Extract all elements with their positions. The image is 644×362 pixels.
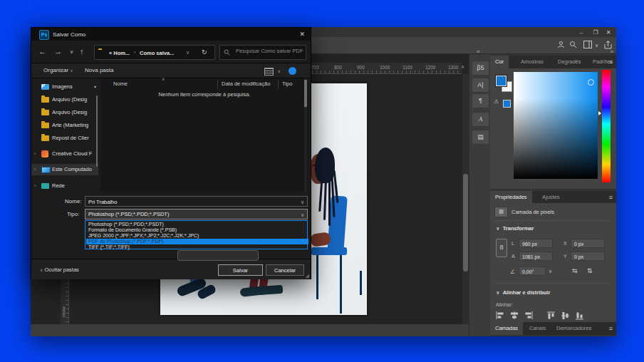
search-box[interactable] (219, 45, 306, 60)
align-top-icon[interactable] (547, 311, 555, 320)
tab-camadas[interactable]: Camadas (490, 322, 523, 335)
flip-vertical-icon[interactable]: ⇅ (587, 267, 593, 274)
styles-panel-icon[interactable]: A (472, 112, 489, 127)
tab-canais[interactable]: Canais (524, 322, 551, 335)
cancel-button[interactable]: Cancelar (266, 264, 304, 276)
x-field[interactable]: 0 px (571, 239, 605, 248)
height-field[interactable]: 1081 px (519, 252, 553, 261)
align-bottom-icon[interactable] (576, 311, 583, 320)
column-header-nome[interactable]: Nome (113, 81, 128, 87)
breadcrumb-dropdown-icon[interactable]: ∨ (186, 50, 189, 56)
saturation-brightness-field[interactable] (514, 72, 598, 179)
align-center-vertical-icon[interactable] (561, 311, 569, 320)
chevron-down-icon[interactable]: ∨ (595, 43, 598, 48)
sidebar-item-repost[interactable]: Repost de Clier (31, 133, 98, 144)
align-left-icon[interactable] (496, 311, 504, 319)
hide-folders-button[interactable]: ∧ Ocultar pastas (40, 267, 79, 273)
sidebar-item-creative-cloud[interactable]: › Creative Cloud F (31, 148, 98, 160)
paragraph-panel-icon[interactable]: ¶ (472, 93, 489, 108)
tab-demarcadores[interactable]: Demarcadores (551, 322, 596, 335)
column-divider[interactable] (278, 80, 279, 89)
info-badge[interactable] (289, 67, 296, 75)
close-button[interactable]: ✕ (603, 29, 613, 36)
up-icon[interactable]: ↑ (80, 47, 84, 56)
libraries-panel-icon[interactable]: ▤ (472, 130, 489, 145)
glyphs-panel-icon[interactable]: ꞵ5 (472, 61, 489, 76)
filetype-combobox[interactable]: Photoshop (*.PSD;*.PDD;*.PSDT) ∨ (85, 209, 308, 219)
filetype-option-pdf[interactable]: PDF do Photoshop (*.PDF;*.PDP) (86, 239, 308, 244)
restore-button[interactable]: ❐ (591, 29, 601, 36)
breadcrumb-current[interactable]: Como salva... (140, 50, 174, 56)
angle-field[interactable]: 0,00° (519, 267, 546, 276)
filetype-option-psb[interactable]: Formato de Documento Grande (*.PSB) (86, 227, 308, 233)
hue-slider-pointer[interactable] (598, 111, 601, 115)
sidebar-item-rede[interactable]: › Rede (31, 180, 98, 192)
filetype-option-tiff[interactable]: TIFF (*.TIF;*.TIFF) (86, 244, 308, 250)
sidebar-scrollbar[interactable] (96, 95, 98, 167)
character-panel-icon[interactable]: A| (472, 78, 489, 93)
filetype-option-photoshop[interactable]: Photoshop (*.PSD;*.PDD;*.PSDT) (86, 222, 308, 227)
tab-cor[interactable]: Cor (490, 56, 509, 68)
sidebar-item-arte[interactable]: Arte (Marketing (31, 120, 98, 131)
account-icon[interactable] (557, 41, 565, 48)
foreground-color-swatch[interactable] (496, 76, 507, 86)
resize-grip[interactable]: ◢ (306, 273, 309, 279)
gamut-warning-icon[interactable]: ⚠ (494, 98, 499, 105)
organize-button[interactable]: Organizar ∨ (43, 67, 73, 73)
hue-slider[interactable] (602, 70, 611, 182)
dialog-close-icon[interactable]: ✕ (299, 31, 305, 38)
minimize-button[interactable]: – (576, 29, 586, 36)
tab-degrades[interactable]: Degradês (553, 56, 586, 68)
column-header-data[interactable]: Data de modificação (222, 81, 270, 87)
flip-horizontal-icon[interactable]: ⇆ (572, 267, 578, 274)
sidebar-item-arquivo-1[interactable]: Arquivo (Desig (31, 94, 98, 105)
y-field[interactable]: 0 px (571, 252, 605, 261)
gamut-color-swatch[interactable] (503, 100, 511, 108)
filetype-option-jpeg2000[interactable]: JPEG 2000 (*.JPF;*.JPX;*.JP2;*.J2C;*.J2K… (86, 233, 308, 239)
search-icon[interactable] (569, 41, 577, 48)
tab-amostras[interactable]: Amostras (516, 56, 549, 68)
workspace-icon[interactable] (583, 41, 592, 48)
list-scrollbar[interactable] (304, 78, 307, 192)
panel-menu-icon[interactable]: ≡ (609, 194, 613, 201)
expand-panels-icon[interactable]: » (611, 48, 613, 55)
recent-locations-icon[interactable]: ∨ (70, 49, 73, 55)
sidebar-item-este-computador[interactable]: › Este Computado (31, 164, 98, 175)
column-divider[interactable] (217, 80, 218, 89)
view-mode-icon[interactable] (264, 68, 274, 76)
align-section-header[interactable]: ∨Alinhar e distribuir (496, 289, 550, 296)
save-button[interactable]: Salvar (218, 264, 263, 276)
refresh-icon[interactable]: ↻ (202, 48, 207, 56)
expand-icon[interactable]: › (34, 164, 36, 175)
collapse-panels-icon[interactable]: « (477, 48, 479, 55)
back-icon[interactable]: ← (38, 47, 46, 56)
scrollbar-thumb[interactable] (463, 174, 468, 272)
expand-icon[interactable]: › (34, 180, 36, 192)
scroll-up-icon[interactable]: ∧ (461, 64, 464, 70)
chevron-down-icon[interactable]: ∨ (549, 269, 552, 274)
forward-icon[interactable]: → (54, 47, 62, 56)
align-center-horizontal-icon[interactable] (510, 311, 519, 319)
sort-ascending-icon[interactable]: ∧ (162, 76, 165, 81)
chevron-down-icon[interactable]: ∨ (301, 210, 304, 219)
new-folder-button[interactable]: Nova pasta (85, 67, 113, 73)
vertical-scrollbar[interactable] (462, 74, 469, 324)
breadcrumb-root[interactable]: « Hom... (109, 50, 130, 56)
tab-ajustes[interactable]: Ajustes (537, 191, 565, 203)
panel-menu-icon[interactable]: ≡ (609, 58, 613, 66)
align-right-icon[interactable] (524, 311, 533, 319)
view-mode-dropdown-icon[interactable]: ∨ (278, 68, 281, 73)
width-field[interactable]: 960 px (519, 239, 553, 248)
column-header-tipo[interactable]: Tipo (282, 81, 292, 87)
tab-padroes[interactable]: Padrões (588, 56, 618, 68)
filename-input[interactable] (87, 197, 296, 207)
sidebar-item-arquivo-2[interactable]: Arquivo (Desig (31, 107, 98, 118)
filename-combobox[interactable]: ∨ (85, 196, 308, 207)
link-dimensions-icon[interactable]: 8 (496, 239, 507, 257)
tab-propriedades[interactable]: Propriedades (490, 191, 532, 203)
sidebar-item-imagens[interactable]: Imagens ✦ (31, 81, 98, 93)
breadcrumb[interactable]: « Hom... › Como salva... ∨ ↻ (94, 45, 215, 60)
panel-menu-icon[interactable]: ≡ (609, 325, 613, 332)
search-input[interactable] (234, 47, 306, 55)
transform-section-header[interactable]: ∨Transformar (496, 225, 534, 232)
